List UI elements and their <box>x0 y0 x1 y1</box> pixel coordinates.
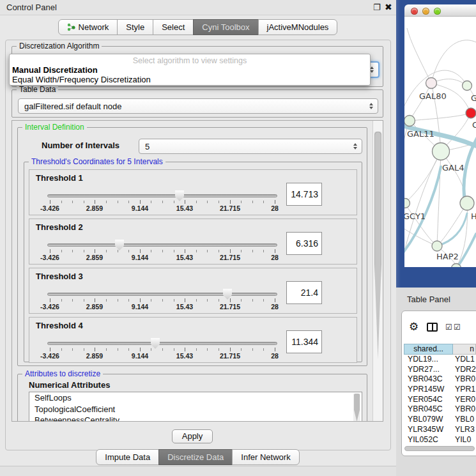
node-label: GCY1 <box>404 211 426 221</box>
slider-track <box>47 243 277 247</box>
threshold-1-panel: Threshold 1 -3.426 2.859 9.144 15.43 21.… <box>29 169 357 215</box>
bottom-tab-bar: Impute Data Discretize Data Infer Networ… <box>0 449 396 465</box>
column-header-name[interactable]: n <box>453 344 476 355</box>
table-row[interactable]: YBR043CYBR0 <box>404 374 476 385</box>
tab-select[interactable]: Select <box>153 19 194 35</box>
table-panel-title: Table Panel <box>407 295 450 304</box>
split-columns-icon[interactable] <box>427 323 438 332</box>
control-panel-titlebar: Control Panel ❐ ✖ <box>0 0 396 15</box>
attributes-list-scrollbar[interactable] <box>353 394 360 422</box>
threshold-2-label: Threshold 2 <box>36 222 83 232</box>
threshold-4-slider[interactable]: -3.426 2.859 9.144 15.43 21.715 28 <box>47 338 277 361</box>
network-window-titlebar <box>404 4 476 17</box>
list-item[interactable]: SelfLoops <box>29 392 362 404</box>
list-item[interactable]: BetweennessCentrality <box>29 415 362 422</box>
slider-ticks <box>50 298 276 302</box>
slider-track <box>47 342 277 345</box>
threshold-4-label: Threshold 4 <box>36 321 83 330</box>
threshold-1-label: Threshold 1 <box>36 173 83 183</box>
node-gal4[interactable] <box>433 143 450 160</box>
slider-track <box>47 194 277 197</box>
table-body: YDL19...YDL1 YDR27...YDR2 YBR043CYBR0 YP… <box>404 355 476 445</box>
table-data-combobox[interactable]: galFiltered.sif default node <box>18 98 378 114</box>
threshold-3-panel: Threshold 3 -3.426 2.859 9.144 15.43 21.… <box>29 268 357 314</box>
threshold-2-slider[interactable]: -3.426 2.859 9.144 15.43 21.715 28 <box>47 240 277 263</box>
threshold-1-value[interactable]: 14.713 <box>286 183 322 206</box>
node-red-selected[interactable] <box>466 108 476 118</box>
table-row[interactable]: YPR145WYPR1 <box>404 385 476 395</box>
slider-track <box>47 293 277 296</box>
threshold-3-label: Threshold 3 <box>36 272 83 281</box>
tab-network[interactable]: Network <box>58 19 118 35</box>
node-hap2[interactable] <box>432 241 442 251</box>
tab-impute-data[interactable]: Impute Data <box>96 449 159 465</box>
node-label: G <box>471 93 476 103</box>
threshold-2-value[interactable]: 6.316 <box>286 232 322 255</box>
interval-group-title: Interval Definition <box>22 123 87 132</box>
slider-ticks <box>50 249 276 253</box>
threshold-3-value[interactable]: 21.4 <box>286 281 322 304</box>
attributes-list[interactable]: SelfLoops TopologicalCoefficient Between… <box>29 392 362 422</box>
node-label: GAL4 <box>442 163 464 173</box>
app-root: Control Panel ❐ ✖ Network Style Select C… <box>0 0 476 476</box>
tab-discretize-data[interactable]: Discretize Data <box>158 449 233 465</box>
tab-infer-network[interactable]: Infer Network <box>232 449 299 465</box>
num-intervals-label: Number of Intervals <box>42 141 119 150</box>
close-traffic-light[interactable] <box>411 8 418 15</box>
thresholds-group-title: Threshold's Coordinates for 5 Intervals <box>29 157 165 166</box>
node-label: GAL80 <box>419 91 447 101</box>
dropdown-hint: Select algorithm to view settings <box>10 56 370 65</box>
network-icon <box>67 23 75 31</box>
threshold-4-value[interactable]: 11.344 <box>286 330 322 353</box>
node-label: C <box>472 120 476 130</box>
column-header-shared-name[interactable]: shared... <box>404 344 453 355</box>
apply-button[interactable]: Apply <box>172 429 213 443</box>
slider-ticks <box>50 348 276 351</box>
dropdown-option-equal-width[interactable]: Equal Width/Frequency Discretization <box>12 75 151 84</box>
table-data-group-title: Table Data <box>17 85 58 94</box>
network-graph: GAL80 G C GAL11 GAL4 GCY1 H HAP2 <box>404 17 476 267</box>
node-label: GAL11 <box>407 129 434 139</box>
minimize-traffic-light[interactable] <box>422 8 429 15</box>
node-partial-top-right[interactable] <box>463 81 472 91</box>
table-row[interactable]: YBR045CYBR0 <box>404 404 476 415</box>
table-horizontal-scrollbar[interactable] <box>404 446 475 451</box>
zoom-traffic-light[interactable] <box>434 8 441 15</box>
node-partial-right[interactable] <box>460 196 474 210</box>
panel-title: Control Panel <box>6 3 57 12</box>
dropdown-option-manual[interactable]: Manual Discretization <box>12 65 98 75</box>
table-row[interactable]: YDR27...YDR2 <box>404 365 476 375</box>
node-label: HAP2 <box>436 252 459 261</box>
algorithm-dropdown-popup: Select algorithm to view settings Manual… <box>9 54 371 86</box>
table-row[interactable]: YIL052CYIL0 <box>404 435 476 445</box>
numerical-attributes-label: Numerical Attributes <box>29 380 110 390</box>
gear-icon[interactable]: ⚙ <box>409 320 418 334</box>
threshold-4-panel: Threshold 4 -3.426 2.859 9.144 15.43 21.… <box>29 317 357 363</box>
table-row[interactable]: YBL079WYBL0 <box>404 415 476 425</box>
combo-stepper-icon <box>353 143 357 150</box>
slider-ticks <box>50 200 276 204</box>
tab-jactivemnodules[interactable]: jActiveMNodules <box>258 19 338 35</box>
checkbox-icon[interactable]: ☑ <box>445 323 452 332</box>
tab-cyni-toolbox[interactable]: Cyni Toolbox <box>193 19 258 35</box>
list-item[interactable]: TopologicalCoefficient <box>29 404 362 415</box>
node-gal11[interactable] <box>404 116 415 127</box>
table-row[interactable]: YLR345WYLR3 <box>404 425 476 435</box>
tab-style[interactable]: Style <box>117 19 153 35</box>
settings-scrollbar[interactable] <box>372 121 383 421</box>
threshold-3-slider[interactable]: -3.426 2.859 9.144 15.43 21.715 28 <box>47 289 277 312</box>
network-canvas[interactable]: GAL80 G C GAL11 GAL4 GCY1 H HAP2 <box>404 17 476 267</box>
threshold-1-slider[interactable]: -3.426 2.859 9.144 15.43 21.715 28 <box>47 190 277 213</box>
threshold-2-panel: Threshold 2 -3.426 2.859 9.144 15.43 21.… <box>29 219 357 265</box>
num-intervals-combobox[interactable]: 5 <box>139 139 362 154</box>
node-gal80[interactable] <box>426 78 437 89</box>
table-row[interactable]: YDL19...YDL1 <box>404 355 476 365</box>
top-tab-bar: Network Style Select Cyni Toolbox jActiv… <box>0 19 396 35</box>
float-window-icon[interactable]: ❐ <box>373 3 381 12</box>
close-icon[interactable]: ✖ <box>385 2 392 12</box>
algorithm-group-title: Discretization Algorithm <box>17 42 102 50</box>
scrollbar-thumb[interactable] <box>374 132 381 359</box>
checkbox-icon[interactable]: ☑ <box>454 323 461 332</box>
table-row[interactable]: YER054CYER0 <box>404 395 476 405</box>
node-gcy1[interactable] <box>404 199 410 208</box>
